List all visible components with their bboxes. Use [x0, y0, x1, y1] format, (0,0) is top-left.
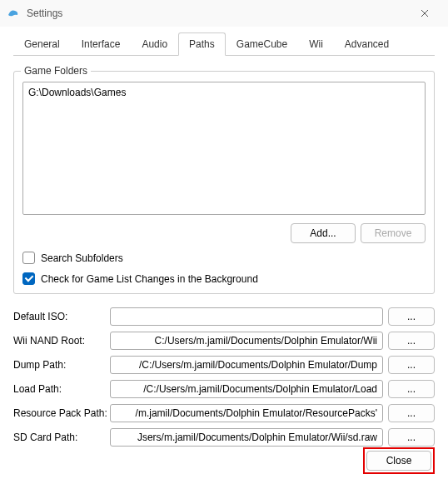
dump-path-browse-button[interactable]: ...	[388, 356, 435, 374]
load-path-label: Load Path:	[13, 383, 105, 395]
content-area: General Interface Audio Paths GameCube W…	[0, 27, 448, 457]
paths-panel: Game Folders G:\Downloads\Games Add... R…	[13, 56, 435, 447]
resource-pack-path-input[interactable]	[110, 404, 383, 422]
tab-general[interactable]: General	[13, 32, 71, 56]
default-iso-label: Default ISO:	[13, 311, 105, 322]
tab-advanced[interactable]: Advanced	[334, 32, 400, 56]
tab-bar: General Interface Audio Paths GameCube W…	[13, 32, 435, 56]
wii-nand-root-input[interactable]	[110, 332, 383, 350]
search-subfolders-label: Search Subfolders	[41, 252, 123, 264]
load-path-browse-button[interactable]: ...	[388, 380, 435, 398]
default-iso-input[interactable]	[110, 307, 383, 326]
default-iso-browse-button[interactable]: ...	[388, 307, 435, 326]
check-background-label: Check for Game List Changes in the Backg…	[41, 273, 258, 285]
check-background-row: Check for Game List Changes in the Backg…	[22, 272, 426, 285]
resource-pack-path-label: Resource Pack Path:	[13, 407, 105, 419]
dump-path-input[interactable]	[110, 356, 383, 374]
close-icon	[421, 9, 429, 17]
resource-pack-path-browse-button[interactable]: ...	[388, 404, 435, 422]
tab-wii[interactable]: Wii	[298, 32, 334, 56]
close-highlight: Close	[363, 447, 435, 474]
window-title: Settings	[27, 7, 408, 19]
check-background-checkbox[interactable]	[22, 272, 35, 285]
sd-card-path-label: SD Card Path:	[13, 432, 105, 443]
dump-path-label: Dump Path:	[13, 359, 105, 371]
load-path-input[interactable]	[110, 380, 383, 398]
game-folders-group: Game Folders G:\Downloads\Games Add... R…	[13, 71, 435, 294]
sd-card-path-input[interactable]	[110, 428, 383, 447]
tab-gamecube[interactable]: GameCube	[226, 32, 298, 56]
tab-audio[interactable]: Audio	[131, 32, 178, 56]
folder-buttons-row: Add... Remove	[22, 223, 426, 243]
titlebar: Settings	[0, 0, 448, 27]
close-button[interactable]: Close	[366, 451, 431, 471]
wii-nand-root-browse-button[interactable]: ...	[388, 332, 435, 350]
tab-interface[interactable]: Interface	[71, 32, 132, 56]
window-close-button[interactable]	[408, 2, 441, 25]
dolphin-icon	[7, 7, 20, 20]
game-folders-legend: Game Folders	[21, 65, 91, 77]
wii-nand-root-label: Wii NAND Root:	[13, 335, 105, 347]
tab-paths[interactable]: Paths	[178, 32, 226, 56]
search-subfolders-row: Search Subfolders	[22, 252, 426, 264]
dialog-footer: Close	[350, 444, 448, 477]
list-item[interactable]: G:\Downloads\Games	[28, 86, 420, 99]
remove-button[interactable]: Remove	[361, 223, 426, 243]
path-grid: Default ISO: ... Wii NAND Root: ... Dump…	[13, 307, 435, 447]
game-folders-listbox[interactable]: G:\Downloads\Games	[22, 82, 426, 215]
search-subfolders-checkbox[interactable]	[22, 252, 35, 264]
add-button[interactable]: Add...	[291, 223, 356, 243]
